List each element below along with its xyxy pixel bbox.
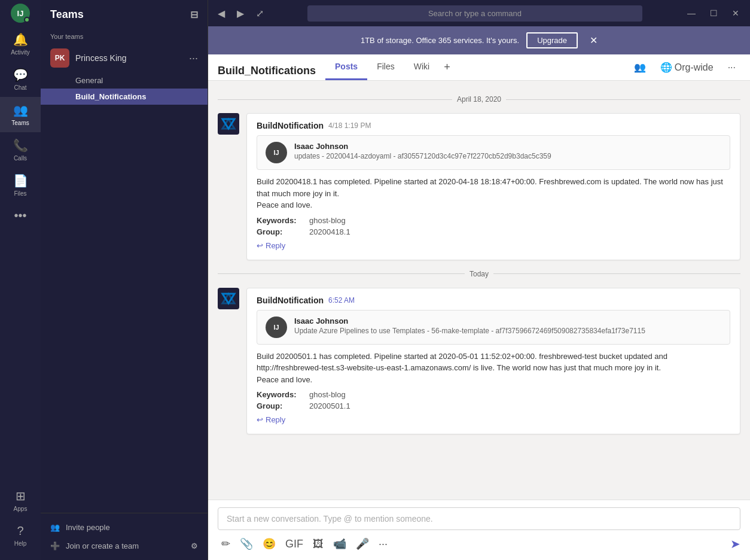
message-block-2: BuildNotification 6:52 AM IJ Isaac Johns…: [218, 288, 740, 435]
message-body-1: Build 20200418.1 has completed. Pipeline…: [257, 176, 730, 211]
group-1: 20200418.1: [309, 227, 730, 236]
sidebar-item-apps[interactable]: ⊞ Apps: [0, 483, 41, 518]
org-wide-label: Org-wide: [675, 62, 714, 73]
channel-item-build-notifications[interactable]: Build_Notifications: [41, 89, 208, 105]
org-wide-icon: 🌐: [660, 62, 672, 73]
emoji-button[interactable]: 😊: [259, 535, 279, 553]
help-icon: ?: [17, 524, 23, 538]
user-avatar[interactable]: IJ: [11, 4, 30, 23]
upgrade-button[interactable]: Upgrade: [526, 32, 578, 48]
inner-card-2: IJ Isaac Johnson Update Azure Pipelines …: [257, 310, 730, 345]
inner-avatar-1: IJ: [266, 142, 287, 163]
reply-button-2[interactable]: ↩ Reply: [257, 413, 285, 427]
sidebar-item-teams[interactable]: 👥 Teams: [0, 97, 41, 132]
team-item-princess-king[interactable]: PK Princess King ···: [41, 44, 208, 72]
storage-banner: 1TB of storage. Office 365 services. It'…: [208, 26, 750, 54]
compose-toolbar: ✏ 📎 😊 GIF 🖼 📹 🎤 ··· ➤: [218, 535, 740, 553]
format-button[interactable]: ✏: [218, 535, 234, 553]
date-separator-2: Today: [218, 270, 740, 278]
reply-button-1[interactable]: ↩ Reply: [257, 239, 285, 252]
calls-icon: 📞: [13, 138, 28, 153]
message-header-2: BuildNotification 6:52 AM: [257, 296, 730, 305]
banner-close-icon[interactable]: ✕: [590, 35, 597, 46]
sidebar-item-files[interactable]: 📄 Files: [0, 168, 41, 203]
keywords-1: ghost-blog: [309, 216, 730, 225]
forward-button[interactable]: ▶: [232, 5, 249, 22]
join-icon: ➕: [50, 541, 60, 550]
add-tab-button[interactable]: +: [439, 54, 455, 80]
message-meta-2: Keywords: ghost-blog Group: 20200501.1: [257, 390, 730, 410]
join-settings-icon[interactable]: ⚙: [191, 541, 198, 550]
sidebar-item-help[interactable]: ? Help: [0, 518, 41, 553]
join-label: Join or create a team: [66, 541, 139, 550]
reply-icon-2: ↩: [257, 415, 263, 424]
titlebar: ◀ ▶ ⤢ — ☐ ✕: [208, 0, 750, 26]
attach-button[interactable]: 📎: [236, 535, 257, 553]
sticker-button[interactable]: 🖼: [309, 535, 327, 553]
more-options-button[interactable]: ···: [723, 60, 740, 75]
teams-label: Teams: [11, 120, 29, 126]
giphy-button[interactable]: GIF: [282, 535, 307, 553]
send-icon: ➤: [730, 537, 740, 550]
more-compose-options-button[interactable]: ···: [375, 535, 391, 553]
team-name: Princess King: [75, 53, 183, 63]
bot-avatar-1: [218, 113, 239, 135]
sidebar-header: Teams ⊟: [41, 0, 208, 29]
send-button[interactable]: ➤: [730, 537, 740, 551]
date-separator-1: April 18, 2020: [218, 95, 740, 104]
calls-label: Calls: [14, 155, 27, 162]
sidebar: Teams ⊟ Your teams PK Princess King ··· …: [41, 0, 208, 560]
sidebar-item-chat[interactable]: 💬 Chat: [0, 62, 41, 97]
apps-icon: ⊞: [16, 489, 26, 503]
channel-name: Build_Notifications: [218, 57, 316, 77]
sidebar-item-more[interactable]: •••: [0, 203, 41, 229]
help-label: Help: [14, 540, 27, 547]
titlebar-nav: ◀ ▶ ⤢: [213, 5, 269, 22]
apps-label: Apps: [14, 506, 28, 512]
tab-wiki[interactable]: Wiki: [404, 54, 439, 80]
message-sender-1: BuildNotification: [257, 121, 324, 130]
maximize-button[interactable]: ☐: [704, 6, 724, 20]
inner-subtitle-1: updates - 20200414-azdoyaml - af30557120…: [294, 152, 721, 160]
inner-content-1: Isaac Johnson updates - 20200414-azdoyam…: [294, 142, 721, 160]
message-sender-2: BuildNotification: [257, 296, 324, 305]
expand-button[interactable]: ⤢: [251, 5, 269, 22]
join-create-team-button[interactable]: ➕ Join or create a team ⚙: [41, 537, 208, 555]
sidebar-section-label: Your teams: [41, 29, 208, 44]
tab-files[interactable]: Files: [367, 54, 404, 80]
team-more-icon[interactable]: ···: [189, 52, 198, 65]
message-header-1: BuildNotification 4/18 1:19 PM: [257, 121, 730, 130]
activity-icon: 🔔: [13, 32, 28, 47]
tab-posts[interactable]: Posts: [325, 54, 367, 80]
org-wide-button[interactable]: 🌐 Org-wide: [656, 59, 718, 75]
files-icon: 📄: [13, 174, 28, 188]
sidebar-title: Teams: [50, 8, 84, 21]
svg-rect-3: [218, 288, 239, 309]
message-card-2: BuildNotification 6:52 AM IJ Isaac Johns…: [246, 288, 740, 435]
meet-button[interactable]: 📹: [330, 535, 350, 553]
channel-item-general[interactable]: General: [41, 72, 208, 89]
sidebar-bottom: 👥 Invite people ➕ Join or create a team …: [41, 513, 208, 560]
inner-content-2: Isaac Johnson Update Azure Pipelines to …: [294, 316, 721, 335]
message-card-1: BuildNotification 4/18 1:19 PM IJ Isaac …: [246, 113, 740, 260]
back-button[interactable]: ◀: [213, 5, 230, 22]
invite-icon: 👥: [50, 523, 60, 532]
bot-avatar-2: [218, 288, 239, 309]
messages-area: April 18, 2020 BuildNotification 4/18 1:…: [208, 81, 750, 500]
titlebar-right: — ☐ ✕: [681, 6, 745, 20]
filter-icon[interactable]: ⊟: [190, 9, 198, 20]
sidebar-item-activity[interactable]: 🔔 Activity: [0, 26, 41, 62]
minimize-button[interactable]: —: [681, 6, 702, 20]
audio-button[interactable]: 🎤: [352, 535, 373, 553]
sidebar-item-calls[interactable]: 📞 Calls: [0, 132, 41, 168]
invite-label: Invite people: [66, 523, 110, 532]
search-input[interactable]: [307, 5, 642, 22]
members-button[interactable]: 👥: [629, 59, 651, 75]
teams-icon: 👥: [13, 103, 28, 117]
activity-label: Activity: [11, 49, 30, 56]
compose-box[interactable]: Start a new conversation. Type @ to ment…: [218, 507, 740, 530]
close-button[interactable]: ✕: [726, 6, 745, 20]
members-icon: 👥: [634, 62, 646, 73]
invite-people-button[interactable]: 👥 Invite people: [41, 518, 208, 537]
inner-name-2: Isaac Johnson: [294, 316, 721, 325]
